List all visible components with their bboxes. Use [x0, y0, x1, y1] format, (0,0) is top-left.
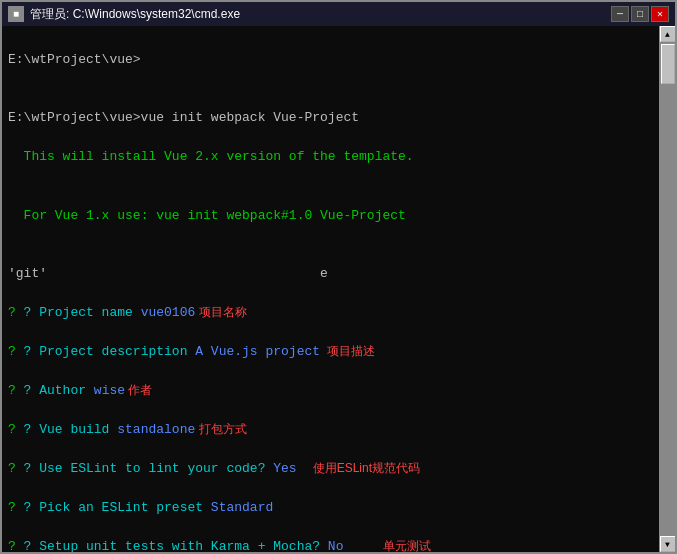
git-line: 'git' e	[8, 264, 653, 284]
terminal-container: E:\wtProject\vue> E:\wtProject\vue>vue i…	[2, 26, 675, 552]
git-suffix: e	[47, 264, 328, 284]
karma-line: ? ? Setup unit tests with Karma + Mocha?…	[8, 537, 653, 552]
terminal-body[interactable]: E:\wtProject\vue> E:\wtProject\vue>vue i…	[2, 26, 659, 552]
author-value: wise	[94, 381, 125, 401]
project-name-label: ? Project name	[24, 303, 141, 323]
window-title: 管理员: C:\Windows\system32\cmd.exe	[30, 6, 240, 23]
eslint-label: ? Use ESLint to lint your code?	[24, 459, 274, 479]
cmd-text: E:\wtProject\vue>vue init webpack Vue-Pr…	[8, 108, 359, 128]
eslint-line: ? ? Use ESLint to lint your code? Yes使用E…	[8, 459, 653, 479]
window-frame: ■ 管理员: C:\Windows\system32\cmd.exe ─ □ ✕…	[0, 0, 677, 554]
green-msg-1: This will install Vue 2.x version of the…	[24, 147, 414, 167]
scroll-thumb[interactable]	[661, 44, 675, 84]
build-line: ? ? Vue build standalone 打包方式	[8, 420, 653, 440]
project-desc-zh: 项目描述	[320, 342, 375, 360]
scrollbar[interactable]: ▲ ▼	[659, 26, 675, 552]
karma-value: No	[328, 537, 344, 552]
prompt-q7: ?	[8, 537, 24, 552]
project-name-line: ? ? Project name vue0106 项目名称	[8, 303, 653, 323]
preset-label: ? Pick an ESLint preset	[24, 498, 211, 518]
green-msg-2: For Vue 1.x use: vue init webpack#1.0 Vu…	[24, 206, 406, 226]
build-zh: 打包方式	[195, 420, 246, 438]
prompt-q6: ?	[8, 498, 24, 518]
preset-value: Standard	[211, 498, 273, 518]
prompt-q2: ?	[8, 342, 24, 362]
prompt-q5: ?	[8, 459, 24, 479]
close-button[interactable]: ✕	[651, 6, 669, 22]
preset-line: ? ? Pick an ESLint preset Standard	[8, 498, 653, 518]
prompt-q4: ?	[8, 420, 24, 440]
scroll-up-button[interactable]: ▲	[660, 26, 676, 42]
green-text-2	[8, 206, 24, 226]
prompt-line-1: E:\wtProject\vue>	[8, 50, 653, 70]
title-bar-left: ■ 管理员: C:\Windows\system32\cmd.exe	[8, 6, 240, 23]
project-name-zh: 项目名称	[195, 303, 246, 321]
karma-label: ? Setup unit tests with Karma + Mocha?	[24, 537, 328, 552]
project-desc-label: ? Project description	[24, 342, 196, 362]
cmd-icon: ■	[8, 6, 24, 22]
minimize-button[interactable]: ─	[611, 6, 629, 22]
eslint-zh: 使用ESLint规范代码	[313, 459, 420, 477]
project-desc-line: ? ? Project description A Vue.js project…	[8, 342, 653, 362]
green-text-1	[8, 147, 24, 167]
maximize-button[interactable]: □	[631, 6, 649, 22]
scroll-down-button[interactable]: ▼	[660, 536, 676, 552]
green-line-1: This will install Vue 2.x version of the…	[8, 147, 653, 167]
prompt-1-text: E:\wtProject\vue>	[8, 50, 141, 70]
green-line-2: For Vue 1.x use: vue init webpack#1.0 Vu…	[8, 206, 653, 226]
title-bar: ■ 管理员: C:\Windows\system32\cmd.exe ─ □ ✕	[2, 2, 675, 26]
project-name-value: vue0106	[141, 303, 196, 323]
build-value: standalone	[117, 420, 195, 440]
window-controls: ─ □ ✕	[611, 6, 669, 22]
git-text: 'git'	[8, 264, 47, 284]
command-line: E:\wtProject\vue>vue init webpack Vue-Pr…	[8, 108, 653, 128]
eslint-value: Yes	[273, 459, 296, 479]
build-label: ? Vue build	[24, 420, 118, 440]
author-line: ? ? Author wise 作者	[8, 381, 653, 401]
prompt-q3: ?	[8, 381, 24, 401]
scroll-track[interactable]	[660, 42, 675, 536]
prompt-q1: ?	[8, 303, 24, 323]
author-zh: 作者	[125, 381, 152, 399]
author-label: ? Author	[24, 381, 94, 401]
karma-zh: 单元测试	[383, 537, 431, 552]
project-desc-value: A Vue.js project	[195, 342, 320, 362]
